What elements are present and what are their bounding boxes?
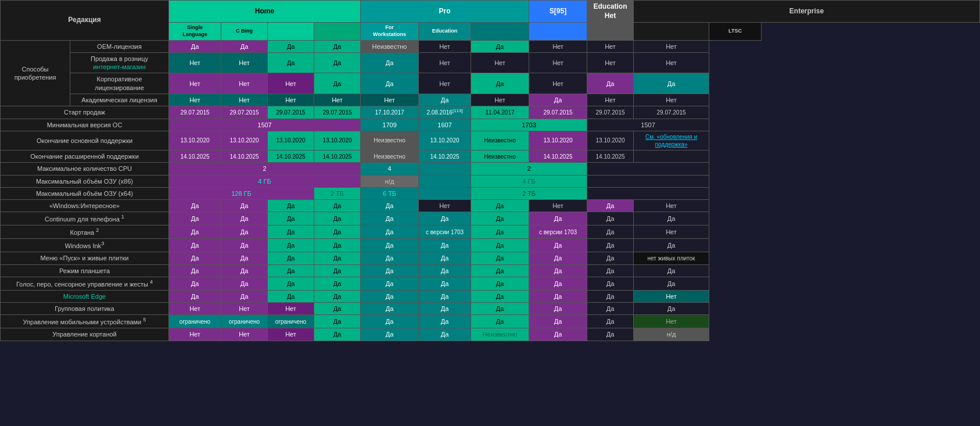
value-cell: 13.10.2020 xyxy=(587,131,634,150)
value-cell: Да xyxy=(268,239,314,252)
s-sub-header xyxy=(529,23,587,40)
value-cell: 14.10.2025 xyxy=(314,150,361,162)
value-cell: Да xyxy=(169,290,221,302)
ent-col1-header xyxy=(634,23,709,40)
value-cell: Да xyxy=(529,252,587,264)
value-cell: Да xyxy=(529,315,587,328)
table-row: Microsoft Edge Да Да Да Да Да Да Да Да Д… xyxy=(1,290,980,302)
pro-header: Pro xyxy=(361,1,529,23)
value-cell: Нет xyxy=(587,94,634,106)
value-cell: 29.07.2015 xyxy=(169,106,221,119)
value-cell: 1703 xyxy=(471,119,587,131)
value-cell: Нет xyxy=(314,94,361,106)
value-cell: Да xyxy=(221,264,268,277)
value-cell: Нет xyxy=(419,73,471,94)
home-label: Home xyxy=(255,7,274,15)
value-cell: Да xyxy=(419,277,471,290)
value-cell xyxy=(587,175,709,187)
value-cell: Да xyxy=(361,328,419,341)
value-cell: Да xyxy=(169,239,221,252)
feature-name-cell: Окончание основной поддержки xyxy=(1,131,169,150)
value-cell: Нет xyxy=(634,225,709,239)
table-row: Окончание расширенной поддержки 14.10.20… xyxy=(1,150,980,162)
value-cell: Да xyxy=(169,277,221,290)
value-cell: 14.10.2025 xyxy=(268,150,314,162)
value-cell: Да xyxy=(419,315,471,328)
value-cell: 14.10.2025 xyxy=(419,150,471,162)
value-cell: Да xyxy=(268,264,314,277)
table-row: «Windows:Интересное» Да Да Да Да Да Нет … xyxy=(1,200,980,212)
value-cell: Нет xyxy=(268,94,314,106)
value-cell: 1709 xyxy=(361,119,419,131)
value-cell: Нет xyxy=(221,73,268,94)
feature-name-cell: Старт продаж xyxy=(1,106,169,119)
value-cell: Да xyxy=(587,315,634,328)
value-cell: Неизвестно xyxy=(471,131,529,150)
table-row: Старт продаж 29.07.2015 29.07.2015 29.07… xyxy=(1,106,980,119)
value-cell: Да xyxy=(419,328,471,341)
value-cell: Нет xyxy=(221,52,268,73)
education-label: Education Het xyxy=(594,2,627,20)
value-cell xyxy=(587,163,709,175)
value-cell xyxy=(587,187,709,199)
value-cell: Нет xyxy=(419,52,471,73)
table-row: Максимальный объём ОЗУ (x86) 4 ГБ н/д 4 … xyxy=(1,175,980,187)
value-cell: н/д xyxy=(634,328,709,341)
value-cell: 29.07.2015 xyxy=(587,106,634,119)
value-cell: Да xyxy=(169,225,221,239)
value-cell: Да xyxy=(471,212,529,225)
value-cell xyxy=(419,187,471,199)
value-cell: н/д xyxy=(361,175,419,187)
value-cell: ограничено xyxy=(268,315,314,328)
value-cell: Да xyxy=(169,264,221,277)
value-cell: Да xyxy=(361,315,419,328)
value-cell: Да xyxy=(314,52,361,73)
table-row: Меню «Пуск» и живые плитки Да Да Да Да Д… xyxy=(1,252,980,264)
value-cell: Да xyxy=(634,264,709,277)
value-cell: 14.10.2025 xyxy=(169,150,221,162)
single-language-header: SingleLanguage xyxy=(169,23,221,40)
value-cell: Да xyxy=(587,303,634,315)
value-cell: Да xyxy=(221,277,268,290)
value-cell: 17.10.2017 xyxy=(361,106,419,119)
pro-label: Pro xyxy=(439,7,451,15)
feature-name-cell: Групповая политика xyxy=(1,303,169,315)
value-cell: Да xyxy=(268,212,314,225)
value-cell: Да xyxy=(529,264,587,277)
value-cell: Нет xyxy=(634,52,709,73)
value-cell: Нет xyxy=(634,40,709,52)
value-cell: Да xyxy=(529,303,587,315)
value-cell: 29.07.2015 xyxy=(268,106,314,119)
value-cell: Да xyxy=(314,200,361,212)
value-cell: с версии 1703 xyxy=(419,225,471,239)
home-col4-header xyxy=(314,23,361,40)
value-cell: 1507 xyxy=(587,119,709,131)
value-cell: Да xyxy=(361,290,419,302)
enterprise-header: Enterprise xyxy=(634,1,980,23)
value-cell: Да xyxy=(471,239,529,252)
feature-name-cell: Меню «Пуск» и живые плитки xyxy=(1,252,169,264)
value-cell: Да xyxy=(419,94,471,106)
value-cell: Да xyxy=(471,73,529,94)
value-cell: Да xyxy=(471,264,529,277)
ltsc-header: LTSC xyxy=(709,23,762,40)
value-cell: Да xyxy=(361,200,419,212)
value-cell: Да xyxy=(314,315,361,328)
table-row: Голос, перо, сенсорное управление и жест… xyxy=(1,277,980,290)
value-cell: 29.07.2015 xyxy=(529,106,587,119)
value-cell: Неизвестно xyxy=(361,150,419,162)
table-row: Продажа в розницуинтернет-магазин Нет Не… xyxy=(1,52,980,73)
value-cell: Да xyxy=(314,225,361,239)
value-cell: Нет xyxy=(529,73,587,94)
table-row: Максимальное количество CPU 2 4 2 xyxy=(1,163,980,175)
value-cell: 13.10.2020 xyxy=(529,131,587,150)
feature-name-cell: Режим планшета xyxy=(1,264,169,277)
value-cell: 2 ТБ xyxy=(471,187,587,199)
category-cell: Способы приобретения xyxy=(1,40,70,106)
value-cell: ограничено xyxy=(221,315,268,328)
feature-name-cell: Continuum для телефона 1 xyxy=(1,212,169,225)
value-cell: 29.07.2015 xyxy=(314,106,361,119)
value-cell: Да xyxy=(419,212,471,225)
value-cell xyxy=(419,163,471,175)
edition-label: Редакция xyxy=(68,16,100,24)
